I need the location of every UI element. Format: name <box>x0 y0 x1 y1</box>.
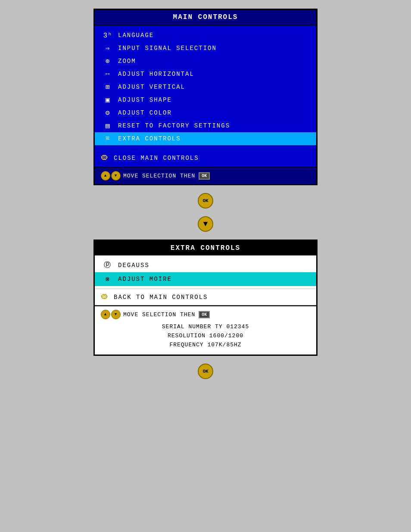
footer-down-icon: ▼ <box>111 171 121 180</box>
adjust-moire-label: ADJUST MOIRE <box>118 276 172 283</box>
menu-item-language[interactable]: 3ʰ LANGUAGE <box>95 29 316 42</box>
main-controls-title: MAIN CONTROLS <box>95 10 316 25</box>
adjust-horiz-icon: ↔ <box>101 70 115 78</box>
extra-controls-label: EXTRA CONTROLS <box>118 135 181 142</box>
extra-controls-panel: EXTRA CONTROLS ⓟ DEGAUSS ⊗ ADJUST MOIRE … <box>93 240 318 356</box>
menu-item-adjust-vert[interactable]: ⊞ ADJUST VERTICAL <box>95 81 316 93</box>
zoom-label: ZOOM <box>118 58 136 65</box>
menu-item-input-signal[interactable]: ⇒ INPUT SIGNAL SELECTION <box>95 42 316 55</box>
extra-footer-down-icon: ▼ <box>111 310 121 319</box>
extra-footer-label: MOVE SELECTION THEN <box>123 311 195 318</box>
degauss-label: DEGAUSS <box>118 262 149 269</box>
menu-item-adjust-horiz[interactable]: ↔ ADJUST HORIZONTAL <box>95 68 316 81</box>
adjust-color-label: ADJUST COLOR <box>118 109 172 116</box>
ok-badge-bottom-icon[interactable]: OK <box>198 364 213 379</box>
menu-item-zoom[interactable]: ⊕ ZOOM <box>95 55 316 68</box>
close-main-icon: ⭖ <box>101 153 109 162</box>
ok-badge-icon[interactable]: OK <box>198 193 213 208</box>
main-controls-panel: MAIN CONTROLS 3ʰ LANGUAGE ⇒ INPUT SIGNAL… <box>93 9 318 185</box>
extra-item-degauss[interactable]: ⓟ DEGAUSS <box>95 258 316 272</box>
extra-item-adjust-moire[interactable]: ⊗ ADJUST MOIRE <box>95 272 316 286</box>
extra-info-block: SERIAL NUMBER TY 012345 RESOLUTION 1600/… <box>101 320 310 351</box>
main-controls-footer: ▲ ▼ MOVE SELECTION THEN OK <box>95 167 316 184</box>
adjust-moire-icon: ⊗ <box>101 275 115 283</box>
input-signal-label: INPUT SIGNAL SELECTION <box>118 45 217 52</box>
language-label: LANGUAGE <box>118 32 154 39</box>
footer-up-icon: ▲ <box>101 171 110 180</box>
adjust-color-icon: ⚙ <box>101 109 115 117</box>
extra-footer: ▲ ▼ MOVE SELECTION THEN OK SERIAL NUMBER… <box>95 305 316 355</box>
extra-controls-icon: ≡ <box>101 135 115 143</box>
menu-item-adjust-shape[interactable]: ▣ ADJUST SHAPE <box>95 93 316 106</box>
adjust-vert-label: ADJUST VERTICAL <box>118 84 185 90</box>
adjust-shape-icon: ▣ <box>101 96 115 104</box>
main-menu-list: 3ʰ LANGUAGE ⇒ INPUT SIGNAL SELECTION ⊕ Z… <box>95 25 316 149</box>
menu-item-adjust-color[interactable]: ⚙ ADJUST COLOR <box>95 106 316 119</box>
reset-factory-icon: ▤ <box>101 121 115 130</box>
adjust-shape-label: ADJUST SHAPE <box>118 96 172 103</box>
adjust-horiz-label: ADJUST HORIZONTAL <box>118 71 194 78</box>
extra-controls-title: EXTRA CONTROLS <box>95 241 316 255</box>
main-footer-label: MOVE SELECTION THEN <box>123 173 195 179</box>
frequency-line: FREQUENCY 107K/85HZ <box>101 341 310 350</box>
back-to-main-row[interactable]: ⭖ BACK TO MAIN CONTROLS <box>95 289 316 305</box>
extra-footer-up-icon: ▲ <box>101 310 110 319</box>
extra-ok-badge: OK <box>199 311 210 318</box>
ok-badge-between: OK <box>198 193 213 208</box>
degauss-icon: ⓟ <box>101 261 115 270</box>
menu-item-reset-factory[interactable]: ▤ RESET TO FACTORY SETTINGS <box>95 119 316 132</box>
zoom-icon: ⊕ <box>101 57 115 65</box>
extra-menu-list: ⓟ DEGAUSS ⊗ ADJUST MOIRE <box>95 255 316 289</box>
menu-item-extra-controls[interactable]: ≡ EXTRA CONTROLS <box>95 132 316 145</box>
main-ok-badge: OK <box>199 172 210 180</box>
input-signal-icon: ⇒ <box>101 44 115 53</box>
extra-footer-move-row: ▲ ▼ MOVE SELECTION THEN OK <box>101 310 310 319</box>
resolution-line: RESOLUTION 1600/1200 <box>101 332 310 341</box>
reset-factory-label: RESET TO FACTORY SETTINGS <box>118 122 230 129</box>
down-arrow-icon: ▼ <box>198 216 213 232</box>
adjust-vert-icon: ⊞ <box>101 83 115 91</box>
language-icon: 3ʰ <box>101 31 115 40</box>
back-icon: ⭖ <box>101 292 109 302</box>
close-main-label: CLOSE MAIN CONTROLS <box>114 155 199 162</box>
close-main-controls-row[interactable]: ⭖ CLOSE MAIN CONTROLS <box>95 149 316 167</box>
ok-badge-bottom: OK <box>198 364 213 379</box>
serial-number-line: SERIAL NUMBER TY 012345 <box>101 323 310 332</box>
back-label: BACK TO MAIN CONTROLS <box>114 294 208 301</box>
down-arrow-between: ▼ <box>198 216 213 232</box>
